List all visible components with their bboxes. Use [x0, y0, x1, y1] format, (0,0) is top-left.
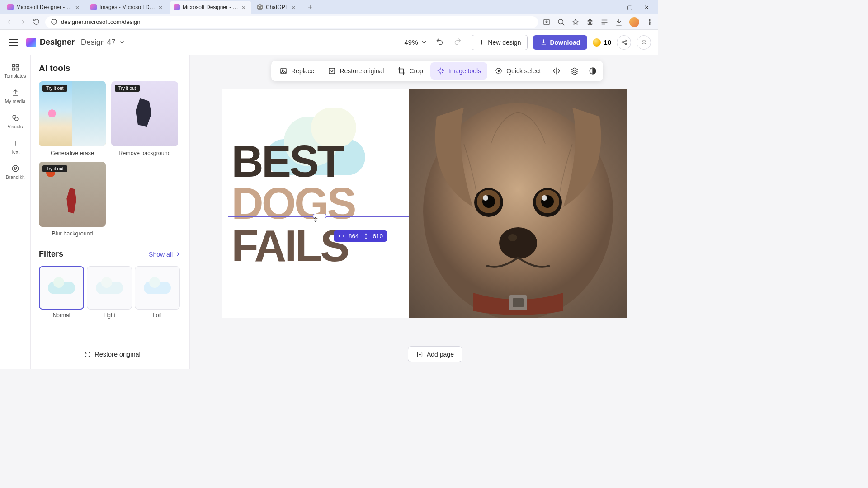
minimize-button[interactable]: —: [608, 3, 617, 12]
redo-button[interactable]: [452, 36, 464, 49]
svg-point-19: [14, 169, 15, 170]
extensions-icon[interactable]: [586, 18, 594, 26]
canvas-area[interactable]: Replace Restore original Crop Image tool…: [190, 55, 658, 369]
menu-icon[interactable]: [646, 18, 654, 26]
new-design-button[interactable]: New design: [472, 35, 528, 50]
close-icon[interactable]: ✕: [291, 5, 297, 10]
chevron-down-icon: [118, 39, 125, 46]
close-icon[interactable]: ✕: [75, 5, 80, 10]
zoom-dropdown[interactable]: 49%: [404, 38, 427, 46]
filter-light[interactable]: Light: [87, 266, 132, 319]
address-bar[interactable]: designer.microsoft.com/design: [45, 16, 538, 28]
svg-point-15: [14, 117, 18, 121]
share-button[interactable]: [617, 35, 631, 50]
width-icon: [338, 233, 345, 239]
filter-normal[interactable]: Normal: [39, 266, 84, 319]
svg-point-24: [498, 70, 500, 72]
rail-my-media[interactable]: My media: [3, 85, 28, 108]
side-panel: AI tools Try it out Generative erase Try…: [31, 55, 190, 369]
svg-point-3: [649, 19, 650, 20]
svg-point-16: [12, 165, 19, 172]
url-text: designer.microsoft.com/design: [61, 19, 141, 25]
close-window-button[interactable]: ✕: [642, 3, 651, 12]
filter-lofi[interactable]: Lofi: [135, 266, 180, 319]
layers-icon: [571, 67, 579, 75]
profile-avatar[interactable]: [629, 17, 639, 27]
forward-button[interactable]: [18, 18, 27, 27]
browser-tab-strip: Microsoft Designer - Stunning✕ Images - …: [0, 0, 658, 14]
browser-tab[interactable]: Microsoft Designer - Stunning✕: [4, 1, 85, 14]
svg-point-21: [282, 70, 283, 71]
rail-visuals[interactable]: Visuals: [3, 110, 28, 133]
filters-title: Filters: [39, 249, 63, 259]
ai-tools-grid: Try it out Generative erase Try it out R…: [39, 81, 181, 237]
text-line-2[interactable]: DOGS: [231, 183, 409, 225]
restore-icon: [328, 67, 336, 75]
download-button[interactable]: Download: [533, 35, 587, 50]
back-button[interactable]: [5, 18, 14, 27]
templates-icon: [11, 63, 19, 71]
brand[interactable]: Designer: [26, 38, 75, 47]
reload-button[interactable]: [32, 18, 41, 27]
filter-label: Normal: [53, 312, 71, 319]
tab-title: Images - Microsoft Designer: [99, 4, 156, 10]
tool-generative-erase[interactable]: Try it out Generative erase: [39, 81, 106, 156]
flip-icon: [552, 67, 561, 75]
ctx-opacity[interactable]: [584, 62, 601, 80]
browser-tab[interactable]: Microsoft Designer - Stunning✕: [170, 1, 251, 14]
brandkit-icon: [11, 164, 19, 173]
ctx-crop[interactable]: Crop: [391, 62, 429, 80]
reading-list-icon[interactable]: [600, 18, 609, 26]
browser-tab[interactable]: ChatGPT✕: [253, 1, 301, 14]
svg-point-5: [649, 23, 650, 24]
close-icon[interactable]: ✕: [158, 5, 164, 10]
tab-title: Microsoft Designer - Stunning: [16, 4, 72, 10]
undo-button[interactable]: [434, 36, 446, 49]
coin-icon: [593, 38, 601, 47]
tool-blur-background[interactable]: Try it out Blur background: [39, 162, 106, 237]
tool-thumbnail: Try it out: [39, 162, 106, 227]
maximize-button[interactable]: ▢: [625, 3, 634, 12]
text-icon: [11, 139, 19, 147]
svg-rect-10: [12, 64, 14, 66]
design-name-dropdown[interactable]: Design 47: [81, 38, 125, 47]
tab-title: ChatGPT: [266, 4, 288, 10]
zoom-icon[interactable]: [557, 18, 565, 26]
chevron-right-icon: [175, 251, 181, 258]
dog-image[interactable]: [409, 89, 627, 318]
ctx-quick-select[interactable]: Quick select: [488, 62, 547, 80]
downloads-icon[interactable]: [615, 18, 623, 26]
add-page-button[interactable]: Add page: [408, 346, 462, 362]
quick-select-icon: [495, 67, 503, 75]
ctx-restore-original[interactable]: Restore original: [321, 62, 390, 80]
user-icon: [641, 39, 647, 46]
ctx-flip[interactable]: [548, 62, 565, 80]
text-line-1[interactable]: BEST: [231, 141, 409, 183]
new-tab-button[interactable]: +: [305, 2, 316, 13]
show-all-filters-button[interactable]: Show all: [149, 251, 181, 258]
menu-toggle-button[interactable]: [7, 36, 20, 49]
close-icon[interactable]: ✕: [241, 5, 247, 10]
restore-original-button[interactable]: Restore original: [39, 348, 186, 361]
browser-tab[interactable]: Images - Microsoft Designer✕: [87, 1, 168, 14]
rail-text[interactable]: Text: [3, 136, 28, 158]
design-text-block[interactable]: BEST DOGS FAILS ⇕ 864 610: [222, 89, 409, 318]
replace-icon: [279, 67, 288, 75]
install-app-icon[interactable]: [542, 18, 551, 26]
try-badge: Try it out: [42, 85, 67, 92]
ctx-replace[interactable]: Replace: [273, 62, 321, 80]
ctx-layers[interactable]: [566, 62, 583, 80]
rail-templates[interactable]: Templates: [3, 60, 28, 82]
credits-counter[interactable]: 10: [593, 38, 611, 47]
ctx-image-tools[interactable]: Image tools: [430, 62, 487, 80]
filter-thumbnail: [87, 266, 132, 310]
tool-remove-background[interactable]: Try it out Remove background: [111, 81, 178, 156]
svg-rect-38: [513, 298, 524, 307]
download-icon: [540, 39, 547, 46]
account-button[interactable]: [637, 35, 651, 50]
rail-brand-kit[interactable]: Brand kit: [3, 161, 28, 183]
bookmark-star-icon[interactable]: [571, 18, 580, 26]
design-surface[interactable]: BEST DOGS FAILS ⇕ 864 610: [222, 89, 627, 318]
tab-title: Microsoft Designer - Stunning: [183, 4, 239, 10]
designer-favicon-icon: [174, 4, 180, 10]
